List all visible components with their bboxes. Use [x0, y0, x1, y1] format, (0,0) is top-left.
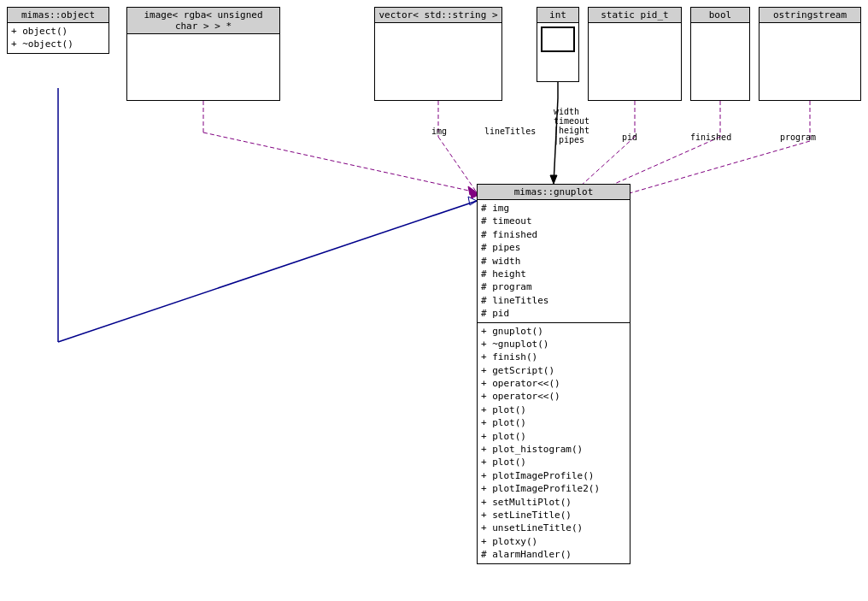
image-class: image< rgba< unsigned char > > *	[126, 7, 280, 101]
gnuplot-methods: + gnuplot() + ~gnuplot() + finish() + ge…	[478, 323, 630, 563]
pid-body	[589, 23, 681, 96]
gnuplot-method-17: + plotxy()	[481, 535, 626, 548]
svg-line-7	[438, 137, 478, 195]
gnuplot-attr-lineTitles: # lineTitles	[481, 294, 626, 307]
gnuplot-method-9: + plot()	[481, 430, 626, 443]
svg-marker-5	[468, 186, 477, 195]
svg-line-4	[203, 133, 477, 192]
gnuplot-attr-program: # program	[481, 280, 626, 293]
gnuplot-attr-finished: # finished	[481, 228, 626, 241]
gnuplot-attributes: # img # timeout # finished # pipes # wid…	[478, 200, 630, 323]
gnuplot-title: mimas::gnuplot	[478, 185, 630, 200]
gnuplot-class: mimas::gnuplot # img # timeout # finishe…	[477, 184, 630, 564]
mimas-object-class: mimas::object + object() + ~object()	[7, 7, 109, 54]
gnuplot-attr-timeout: # timeout	[481, 215, 626, 227]
gnuplot-method-6: + operator<<()	[481, 390, 626, 403]
bool-body	[691, 23, 749, 96]
gnuplot-method-18: # alarmHandler()	[481, 548, 626, 561]
int-class: int	[537, 7, 579, 82]
svg-line-19	[624, 141, 810, 195]
int-inner	[541, 27, 575, 52]
gnuplot-attr-width: # width	[481, 255, 626, 268]
gnuplot-method-8: + plot()	[481, 416, 626, 429]
int-title: int	[537, 8, 578, 23]
mimas-object-members: + object() + ~object()	[8, 23, 108, 53]
gnuplot-method-13: + plotImageProfile2()	[481, 482, 626, 495]
mimas-object-title: mimas::object	[8, 8, 108, 23]
gnuplot-method-4: + getScript()	[481, 364, 626, 377]
vector-title: vector< std::string >	[375, 8, 501, 23]
svg-marker-2	[468, 197, 477, 205]
img-label: img	[431, 127, 447, 136]
vector-class: vector< std::string >	[374, 7, 502, 101]
gnuplot-method-10: + plot_histogram()	[481, 443, 626, 456]
bool-class: bool	[690, 7, 750, 101]
pid-class: static pid_t	[588, 7, 682, 101]
width-etc-label: width timeout |height |pipes	[554, 107, 589, 144]
mimas-object-member-2: + ~object()	[11, 38, 105, 50]
ostringstream-class: ostringstream	[759, 7, 861, 101]
gnuplot-attr-pipes: # pipes	[481, 241, 626, 254]
image-body	[127, 34, 279, 103]
gnuplot-attr-pid: # pid	[481, 307, 626, 320]
gnuplot-method-2: + ~gnuplot()	[481, 338, 626, 351]
program-label: program	[780, 133, 816, 142]
pid-title: static pid_t	[589, 8, 681, 23]
image-title: image< rgba< unsigned char > > *	[127, 8, 279, 34]
ostringstream-title: ostringstream	[760, 8, 860, 23]
gnuplot-method-3: + finish()	[481, 351, 626, 363]
diagram-container: mimas::object + object() + ~object() ima…	[0, 0, 868, 601]
gnuplot-method-16: + unsetLineTitle()	[481, 521, 626, 534]
vector-body	[375, 23, 501, 91]
pid-label: pid	[622, 133, 637, 142]
lineTitles-label: lineTitles	[484, 127, 536, 136]
bool-title: bool	[691, 8, 749, 23]
finished-label: finished	[690, 133, 731, 142]
gnuplot-method-5: + operator<<()	[481, 377, 626, 390]
gnuplot-method-7: + plot()	[481, 404, 626, 416]
gnuplot-method-12: + plotImageProfile()	[481, 469, 626, 482]
svg-line-1	[58, 201, 477, 342]
ostringstream-body	[760, 23, 860, 96]
gnuplot-method-11: + plot()	[481, 456, 626, 468]
int-body	[537, 56, 578, 81]
gnuplot-method-14: + setMultiPlot()	[481, 496, 626, 509]
mimas-object-member-1: + object()	[11, 25, 105, 38]
gnuplot-method-15: + setLineTitle()	[481, 509, 626, 521]
gnuplot-attr-height: # height	[481, 268, 626, 280]
svg-marker-11	[550, 175, 557, 184]
gnuplot-method-1: + gnuplot()	[481, 325, 626, 338]
gnuplot-attr-img: # img	[481, 202, 626, 215]
